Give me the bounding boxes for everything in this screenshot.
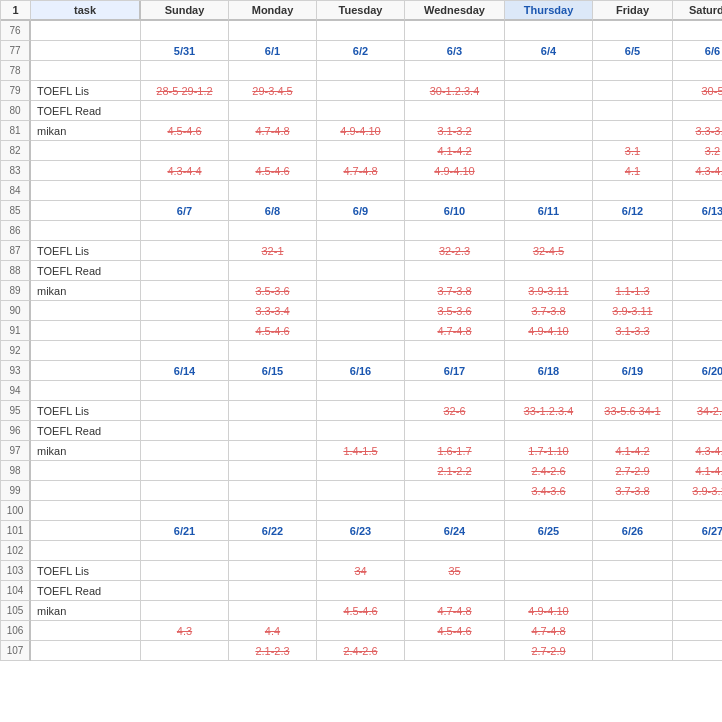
cell-78-C [229,61,317,81]
cell-97-E: 1.6-1.7 [405,441,505,461]
cell-90-num: 90 [1,301,31,321]
cell-82-B [141,141,229,161]
cell-105-B [141,601,229,621]
cell-87-B [141,241,229,261]
cell-87-A: TOEFL Lis [31,241,141,261]
cell-76-E [405,21,505,41]
cell-104-C [229,581,317,601]
cell-82-H: 3.2 [673,141,722,161]
cell-1-num: 1 [1,1,31,21]
cell-99-F: 3.4-3.6 [505,481,593,501]
cell-95-A: TOEFL Lis [31,401,141,421]
cell-1-D: Tuesday [317,1,405,21]
cell-100-H [673,501,722,521]
cell-86-B [141,221,229,241]
cell-105-num: 105 [1,601,31,621]
cell-100-F [505,501,593,521]
cell-90-D [317,301,405,321]
cell-92-E [405,341,505,361]
cell-82-num: 82 [1,141,31,161]
cell-99-G: 3.7-3.8 [593,481,673,501]
cell-88-B [141,261,229,281]
cell-94-C [229,381,317,401]
cell-107-C: 2.1-2.3 [229,641,317,661]
cell-85-H: 6/13 [673,201,722,221]
cell-86-H [673,221,722,241]
cell-107-G [593,641,673,661]
cell-98-A [31,461,141,481]
cell-78-D [317,61,405,81]
cell-82-A [31,141,141,161]
cell-93-E: 6/17 [405,361,505,381]
cell-103-A: TOEFL Lis [31,561,141,581]
cell-96-num: 96 [1,421,31,441]
cell-85-B: 6/7 [141,201,229,221]
cell-91-C: 4.5-4.6 [229,321,317,341]
cell-89-B [141,281,229,301]
cell-95-D [317,401,405,421]
cell-104-H [673,581,722,601]
cell-88-F [505,261,593,281]
cell-78-num: 78 [1,61,31,81]
cell-84-E [405,181,505,201]
cell-94-B [141,381,229,401]
cell-83-E: 4.9-4.10 [405,161,505,181]
cell-92-D [317,341,405,361]
cell-91-B [141,321,229,341]
cell-79-D [317,81,405,101]
cell-106-A [31,621,141,641]
cell-103-B [141,561,229,581]
cell-76-D [317,21,405,41]
cell-98-D [317,461,405,481]
cell-104-B [141,581,229,601]
cell-86-C [229,221,317,241]
cell-77-F: 6/4 [505,41,593,61]
cell-85-E: 6/10 [405,201,505,221]
cell-85-C: 6/8 [229,201,317,221]
cell-100-G [593,501,673,521]
cell-96-G [593,421,673,441]
cell-87-C: 32-1 [229,241,317,261]
cell-92-C [229,341,317,361]
cell-96-C [229,421,317,441]
cell-91-G: 3.1-3.3 [593,321,673,341]
cell-77-C: 6/1 [229,41,317,61]
cell-91-num: 91 [1,321,31,341]
cell-97-D: 1.4-1.5 [317,441,405,461]
cell-95-H: 34-2.3 [673,401,722,421]
cell-101-C: 6/22 [229,521,317,541]
cell-99-E [405,481,505,501]
cell-77-D: 6/2 [317,41,405,61]
cell-82-D [317,141,405,161]
cell-77-A [31,41,141,61]
grid: 1taskSundayMondayTuesdayWednesdayThursda… [0,0,722,661]
cell-94-F [505,381,593,401]
cell-97-num: 97 [1,441,31,461]
cell-90-H [673,301,722,321]
cell-81-F [505,121,593,141]
cell-107-num: 107 [1,641,31,661]
cell-91-D [317,321,405,341]
cell-91-E: 4.7-4.8 [405,321,505,341]
cell-99-H: 3.9-3.11 [673,481,722,501]
cell-82-F [505,141,593,161]
cell-86-A [31,221,141,241]
cell-105-D: 4.5-4.6 [317,601,405,621]
cell-93-G: 6/19 [593,361,673,381]
cell-80-A: TOEFL Read [31,101,141,121]
cell-95-B [141,401,229,421]
cell-87-num: 87 [1,241,31,261]
cell-107-H [673,641,722,661]
cell-100-B [141,501,229,521]
cell-93-num: 93 [1,361,31,381]
cell-86-F [505,221,593,241]
cell-78-A [31,61,141,81]
cell-99-D [317,481,405,501]
cell-85-num: 85 [1,201,31,221]
cell-84-D [317,181,405,201]
cell-78-F [505,61,593,81]
cell-107-D: 2.4-2.6 [317,641,405,661]
cell-81-C: 4.7-4.8 [229,121,317,141]
cell-92-A [31,341,141,361]
cell-100-num: 100 [1,501,31,521]
